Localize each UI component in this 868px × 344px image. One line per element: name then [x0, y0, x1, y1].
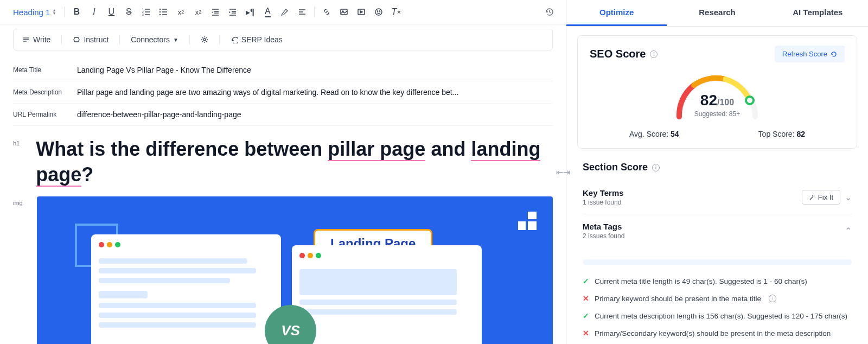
- check-ok-icon: ✓: [583, 311, 589, 320]
- align-icon[interactable]: [295, 4, 310, 20]
- check-item: ✓Current meta description length is 156 …: [583, 307, 852, 324]
- write-button[interactable]: Write: [22, 35, 50, 44]
- score-max: /100: [717, 98, 734, 107]
- underline-icon[interactable]: U: [104, 4, 119, 20]
- tab-optimize[interactable]: Optimize: [566, 0, 667, 26]
- section-score-title: Section Scorei: [583, 162, 852, 173]
- check-list: ✓Current meta title length is 49 char(s)…: [566, 270, 868, 344]
- chevron-up-icon[interactable]: ⌃: [845, 226, 852, 236]
- key-terms-label: Key Terms: [583, 188, 624, 198]
- chevron-down-icon[interactable]: ⌄: [845, 192, 852, 202]
- info-icon[interactable]: i: [650, 50, 658, 58]
- tab-ai-templates[interactable]: AI Templates: [768, 0, 868, 26]
- seo-score-card: SEO Scorei Refresh Score 82/100 Suggeste…: [577, 35, 857, 149]
- check-text: Current meta title length is 49 char(s).…: [595, 277, 807, 285]
- paragraph-icon[interactable]: ▸¶: [242, 4, 258, 20]
- keyword-highlight: pillar page: [328, 138, 425, 161]
- image-icon[interactable]: [336, 4, 352, 20]
- refresh-icon: [831, 51, 837, 58]
- meta-url-row[interactable]: URL Permalink difference-between-pillar-…: [13, 104, 553, 126]
- video-icon[interactable]: [354, 4, 369, 20]
- section-score: Section Scorei Key Terms 1 issue found F…: [566, 157, 868, 252]
- emoji-icon[interactable]: [371, 4, 386, 20]
- meta-section: Meta Title Landing Page Vs Pillar Page -…: [0, 55, 566, 130]
- separator: [219, 35, 220, 44]
- check-text: Primary keyword should be present in the…: [595, 295, 761, 303]
- bold-icon[interactable]: B: [69, 4, 84, 20]
- meta-desc-value: Pillar page and landing page are two ama…: [77, 88, 458, 97]
- score-suggested: Suggested: 85+: [694, 110, 740, 118]
- italic-icon[interactable]: I: [86, 4, 101, 20]
- instruct-button[interactable]: Instruct: [73, 35, 108, 44]
- hero-image[interactable]: Landing Page VS: [37, 196, 553, 344]
- landing-page-card: [292, 245, 482, 344]
- separator: [64, 7, 65, 17]
- logo-icon: [518, 212, 537, 230]
- svg-marker-26: [360, 11, 362, 13]
- history-icon[interactable]: [542, 4, 557, 20]
- heading-label: Heading 1: [13, 8, 50, 17]
- separator: [61, 35, 62, 44]
- key-terms-count: 1 issue found: [583, 199, 624, 206]
- tab-research[interactable]: Research: [667, 0, 767, 26]
- outdent-icon[interactable]: [208, 4, 223, 20]
- subscript-icon[interactable]: x2: [173, 4, 188, 20]
- indent-icon[interactable]: [225, 4, 240, 20]
- pillar-page-card: [91, 234, 281, 344]
- refresh-score-button[interactable]: Refresh Score: [775, 46, 845, 62]
- svg-rect-36: [518, 221, 526, 230]
- heading-1[interactable]: What is the difference between pillar pa…: [36, 137, 553, 188]
- unordered-list-icon[interactable]: [156, 4, 171, 20]
- fix-key-terms-button[interactable]: Fix It: [802, 190, 840, 205]
- format-toolbar: Heading 1 ▴▾ B I U S 123 x2 x2 ▸¶ A T×: [0, 0, 566, 24]
- meta-desc-row[interactable]: Meta Description Pillar page and landing…: [13, 81, 553, 104]
- wand-icon: [809, 194, 815, 201]
- key-terms-row[interactable]: Key Terms 1 issue found Fix It ⌄: [583, 181, 852, 214]
- svg-point-35: [203, 39, 206, 41]
- svg-point-10: [159, 11, 161, 12]
- meta-title-row[interactable]: Meta Title Landing Page Vs Pillar Page -…: [13, 59, 553, 81]
- text-color-icon[interactable]: A: [260, 4, 275, 20]
- ordered-list-icon[interactable]: 123: [138, 4, 154, 20]
- svg-point-27: [375, 9, 382, 15]
- content-area[interactable]: h1 What is the difference between pillar…: [0, 130, 566, 344]
- info-icon[interactable]: i: [769, 295, 776, 302]
- avg-score: Avg. Score: 54: [629, 130, 679, 138]
- svg-point-29: [380, 11, 380, 11]
- svg-point-28: [378, 11, 378, 11]
- separator: [119, 35, 120, 44]
- meta-tags-row[interactable]: Meta Tags 2 issues found ⌃: [583, 214, 852, 247]
- superscript-icon[interactable]: x2: [190, 4, 206, 20]
- connectors-dropdown[interactable]: Connectors ▼: [131, 35, 178, 44]
- resize-handle-icon[interactable]: ⇤⇥: [556, 167, 570, 177]
- serp-ideas-button[interactable]: SERP Ideas: [231, 35, 283, 44]
- meta-url-value: difference-between-pillar-page-and-landi…: [77, 110, 241, 119]
- settings-button[interactable]: [201, 36, 208, 43]
- separator: [314, 7, 315, 17]
- seo-score-title: SEO Scorei: [590, 48, 658, 60]
- meta-title-label: Meta Title: [13, 66, 77, 74]
- check-fail-icon: ✕: [583, 294, 589, 303]
- svg-rect-37: [528, 212, 537, 219]
- seo-panel: Optimize Research AI Templates SEO Score…: [566, 0, 868, 344]
- meta-title-value: Landing Page Vs Pillar Page - Know The D…: [77, 66, 251, 74]
- link-icon[interactable]: [319, 4, 334, 20]
- svg-line-31: [550, 12, 551, 13]
- info-icon[interactable]: i: [652, 164, 660, 171]
- check-fail-icon: ✕: [583, 329, 589, 337]
- tab-bar: Optimize Research AI Templates: [566, 0, 868, 27]
- check-item: ✕Primary keyword should be present in th…: [583, 290, 852, 307]
- strikethrough-icon[interactable]: S: [121, 4, 136, 20]
- clear-format-icon[interactable]: T×: [388, 4, 404, 20]
- chevron-down-icon: ▼: [173, 37, 178, 43]
- editor-pane: Heading 1 ▴▾ B I U S 123 x2 x2 ▸¶ A T× W…: [0, 0, 566, 344]
- meta-url-label: URL Permalink: [13, 111, 77, 118]
- svg-point-9: [159, 9, 161, 10]
- svg-text:3: 3: [142, 13, 144, 16]
- svg-point-11: [159, 14, 161, 15]
- check-item: ✕Primary/Secondary keyword(s) should be …: [583, 324, 852, 342]
- heading-select[interactable]: Heading 1 ▴▾: [9, 5, 60, 19]
- highlight-icon[interactable]: [277, 4, 292, 20]
- meta-tags-label: Meta Tags: [583, 222, 624, 231]
- check-item: ✓Current meta title length is 49 char(s)…: [583, 272, 852, 290]
